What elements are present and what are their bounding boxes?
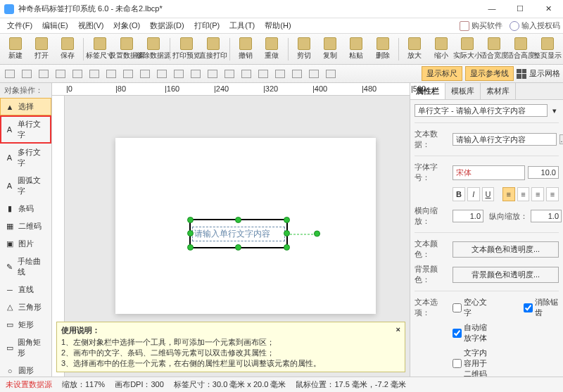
- tool-二维码[interactable]: ▦二维码: [0, 217, 51, 235]
- tool-圆形[interactable]: ○圆形: [0, 362, 51, 377]
- bg-color-button[interactable]: 背景颜色和透明度...: [453, 267, 559, 283]
- toggle-grid[interactable]: 显示网格: [517, 68, 560, 79]
- tool-单行文字[interactable]: A单行文字: [0, 115, 51, 144]
- label-page[interactable]: 请输入单行文字内容: [115, 138, 376, 314]
- menu-print[interactable]: 打印(P): [190, 19, 224, 32]
- minimize-button[interactable]: —: [481, 4, 502, 13]
- align-button-7[interactable]: [121, 67, 135, 81]
- rotate-handle[interactable]: [314, 231, 320, 237]
- bold-button[interactable]: B: [453, 187, 465, 201]
- toggle-guides[interactable]: 显示参考线: [465, 66, 514, 81]
- enter-license-link[interactable]: 输入授权码: [510, 20, 560, 31]
- help-close-button[interactable]: ×: [396, 325, 400, 334]
- align-button-18[interactable]: [307, 67, 321, 81]
- align-left-button[interactable]: ≡: [502, 187, 515, 201]
- resize-handle-nw[interactable]: [187, 217, 194, 223]
- toolbar-重做[interactable]: 重做: [260, 36, 284, 62]
- align-button-8[interactable]: [138, 67, 152, 81]
- toolbar-撤销[interactable]: 撤销: [234, 36, 258, 62]
- toolbar-整页显示[interactable]: 整页显示: [535, 36, 560, 62]
- toolbar-实际大小[interactable]: 实际大小: [455, 36, 480, 62]
- underline-button[interactable]: U: [482, 187, 495, 201]
- buy-software-link[interactable]: 购买软件: [460, 20, 502, 31]
- menu-datasource[interactable]: 数据源(D): [146, 19, 188, 32]
- align-button-9[interactable]: [155, 67, 169, 81]
- align-button-0[interactable]: [3, 67, 17, 81]
- tool-直线[interactable]: ─直线: [0, 281, 51, 298]
- align-button-12[interactable]: [205, 67, 220, 81]
- resize-handle-s[interactable]: [235, 244, 241, 251]
- toggle-ruler[interactable]: 显示标尺: [422, 66, 462, 81]
- tab-templates[interactable]: 模板库: [445, 83, 481, 99]
- menu-view[interactable]: 视图(V): [74, 19, 108, 32]
- toolbar-复制[interactable]: 复制: [318, 36, 343, 62]
- toolbar-保存[interactable]: 保存: [55, 36, 80, 62]
- autoscale-checkbox[interactable]: 自动缩放字体: [453, 322, 488, 343]
- align-button-13[interactable]: [222, 67, 236, 81]
- align-button-2[interactable]: [37, 67, 51, 81]
- toolbar-移除数据源[interactable]: 移除数据源: [141, 36, 166, 62]
- align-button-5[interactable]: [87, 67, 101, 81]
- toolbar-适合高度[interactable]: 适合高度: [508, 36, 533, 62]
- tool-手绘曲线[interactable]: ✎手绘曲线: [0, 253, 51, 281]
- use-for-qr-checkbox[interactable]: 文字内容用于二维码: [453, 348, 488, 377]
- font-size-input[interactable]: [528, 166, 559, 179]
- align-button-10[interactable]: [172, 67, 186, 81]
- toolbar-适合宽度[interactable]: 适合宽度: [481, 36, 507, 62]
- align-button-3[interactable]: [53, 67, 68, 81]
- align-button-17[interactable]: [290, 67, 304, 81]
- align-button-11[interactable]: [189, 67, 203, 81]
- antialias-checkbox[interactable]: 消除锯齿: [524, 297, 559, 318]
- align-button-15[interactable]: [256, 67, 270, 81]
- resize-handle-se[interactable]: [284, 244, 290, 251]
- toolbar-放大[interactable]: 放大: [403, 36, 427, 62]
- text-color-button[interactable]: 文本颜色和透明度...: [453, 241, 559, 258]
- resize-handle-n[interactable]: [235, 217, 241, 223]
- maximize-button[interactable]: ☐: [510, 4, 531, 13]
- align-justify-button[interactable]: ≡: [546, 187, 559, 201]
- toolbar-打印预览[interactable]: 打印预览: [174, 36, 199, 62]
- align-center-button[interactable]: ≡: [517, 187, 530, 201]
- tab-assets[interactable]: 素材库: [481, 83, 516, 99]
- toolbar-粘贴[interactable]: 粘贴: [344, 36, 369, 62]
- align-button-14[interactable]: [239, 67, 253, 81]
- close-button[interactable]: ✕: [538, 4, 559, 13]
- hollow-text-checkbox[interactable]: 空心文字: [453, 297, 488, 318]
- resize-handle-w[interactable]: [187, 230, 194, 236]
- tool-条码[interactable]: ▮条码: [0, 200, 51, 217]
- hscale-input[interactable]: [453, 210, 483, 222]
- single-line-text-object[interactable]: 请输入单行文字内容: [189, 219, 288, 248]
- italic-button[interactable]: I: [467, 187, 480, 201]
- toolbar-新建[interactable]: 新建: [3, 36, 27, 62]
- tool-圆弧文字[interactable]: A圆弧文字: [0, 172, 51, 200]
- menu-help[interactable]: 帮助(H): [260, 19, 295, 32]
- tool-图片[interactable]: ▣图片: [0, 235, 51, 253]
- resize-handle-sw[interactable]: [187, 244, 194, 251]
- align-right-button[interactable]: ≡: [531, 187, 544, 201]
- text-data-input[interactable]: [453, 133, 557, 146]
- toolbar-直接打印[interactable]: 直接打印: [201, 36, 226, 62]
- toolbar-删除[interactable]: 删除: [370, 36, 395, 62]
- text-data-more-button[interactable]: …: [559, 134, 563, 144]
- resize-handle-ne[interactable]: [284, 217, 290, 223]
- tool-多行文字[interactable]: A多行文字: [0, 144, 51, 172]
- font-family-select[interactable]: 宋体: [453, 165, 525, 180]
- menu-edit[interactable]: 编辑(E): [38, 19, 72, 32]
- tool-选择[interactable]: ▲选择: [0, 98, 51, 115]
- tool-矩形[interactable]: ▭矩形: [0, 316, 51, 334]
- align-button-1[interactable]: [20, 67, 34, 81]
- tool-圆角矩形[interactable]: ▭圆角矩形: [0, 334, 51, 362]
- object-heading-input[interactable]: [415, 104, 548, 117]
- align-button-19[interactable]: [324, 67, 338, 81]
- canvas-area[interactable]: 请输入单行文字内容 × 使用说明： 1、左侧对象栏中选择一个工具，即可添加一个元…: [52, 96, 410, 377]
- toolbar-剪切[interactable]: 剪切: [292, 36, 317, 62]
- toolbar-打开[interactable]: 打开: [29, 36, 53, 62]
- menu-object[interactable]: 对象(O): [109, 19, 144, 32]
- resize-handle-e[interactable]: [284, 230, 290, 236]
- tool-三角形[interactable]: △三角形: [0, 298, 51, 316]
- toolbar-缩小[interactable]: 缩小: [429, 36, 453, 62]
- menu-tools[interactable]: 工具(T): [225, 19, 259, 32]
- align-button-16[interactable]: [273, 67, 287, 81]
- menu-file[interactable]: 文件(F): [3, 19, 37, 32]
- align-button-4[interactable]: [70, 67, 84, 81]
